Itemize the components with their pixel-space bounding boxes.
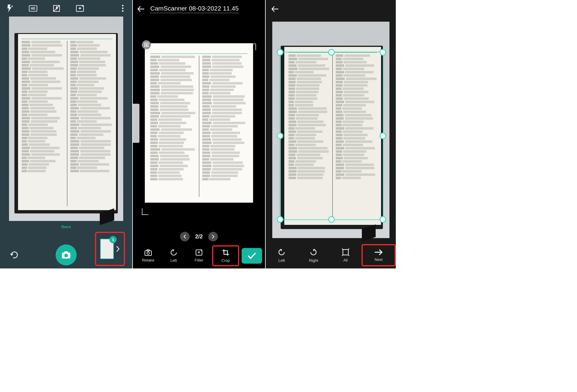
next-label: Next	[375, 257, 383, 262]
back-arrow-icon[interactable]	[137, 6, 145, 12]
crop-bottom-toolbar: Left Right All Next	[266, 242, 396, 268]
more-vert-icon[interactable]	[118, 4, 127, 13]
crop-handle[interactable]	[277, 216, 283, 223]
crop-label: Crop	[221, 258, 230, 263]
svg-rect-12	[147, 250, 149, 251]
enhance-icon[interactable]	[76, 4, 84, 13]
filter-label: Filter	[195, 258, 203, 262]
crop-handle[interactable]	[380, 49, 386, 56]
svg-text:A: A	[11, 5, 13, 8]
retake-button[interactable]: Retake	[136, 245, 161, 266]
crop-handle[interactable]	[328, 49, 335, 56]
scan-preview-screen: CamScanner 08-03-2022 11.45 2/2	[133, 0, 266, 268]
select-all-label: All	[343, 258, 347, 262]
preview-stage	[133, 18, 265, 228]
undo-icon[interactable]	[8, 249, 20, 261]
filter-button[interactable]: Filter	[187, 245, 212, 266]
crop-handle[interactable]	[380, 133, 386, 139]
rotate-left-label: Left	[278, 258, 285, 263]
camera-viewfinder: /*placeholder lines*/	[9, 17, 123, 221]
svg-text:HD: HD	[31, 7, 35, 10]
capture-mode-tab[interactable]: Docs	[0, 225, 132, 229]
next-button[interactable]: Next	[362, 244, 396, 266]
crop-handle[interactable]	[277, 133, 283, 139]
captured-thumbnail[interactable]: 1	[100, 239, 114, 259]
select-all-button[interactable]: All	[330, 244, 362, 266]
rotate-right-label: Right	[309, 258, 318, 263]
delete-page-icon[interactable]	[142, 40, 151, 49]
svg-point-9	[64, 254, 68, 257]
svg-point-6	[82, 5, 83, 7]
svg-point-13	[147, 252, 149, 254]
pager-prev-icon[interactable]	[180, 232, 190, 241]
crop-stage	[266, 18, 396, 241]
flash-auto-icon[interactable]: A	[5, 4, 14, 13]
scanned-page[interactable]	[145, 43, 253, 203]
chevron-right-icon[interactable]	[116, 246, 120, 252]
back-arrow-icon[interactable]	[271, 6, 279, 12]
page-indicator: 2/2	[195, 234, 203, 240]
thumbnail-count-badge: 1	[109, 236, 117, 243]
svg-rect-16	[343, 250, 348, 255]
svg-point-15	[201, 250, 202, 251]
camera-top-toolbar: A HD	[0, 0, 132, 17]
confirm-button[interactable]	[242, 248, 262, 264]
pager-next-icon[interactable]	[208, 232, 218, 241]
flash-adjust-icon[interactable]	[52, 4, 61, 13]
page-pager: 2/2	[133, 232, 265, 241]
rotate-left-button[interactable]: Left	[266, 244, 298, 266]
crop-photo[interactable]	[272, 22, 389, 238]
svg-rect-11	[145, 251, 151, 256]
captured-thumbnail-group[interactable]: 1	[95, 232, 125, 266]
document-title[interactable]: CamScanner 08-03-2022 11.45	[150, 5, 239, 13]
crop-handle[interactable]	[328, 216, 335, 223]
hd-icon[interactable]: HD	[29, 4, 37, 13]
preview-bottom-toolbar: Retake Left Filter Crop	[133, 243, 265, 268]
crop-top-bar	[266, 0, 396, 18]
rotate-right-button[interactable]: Right	[298, 244, 329, 266]
shutter-button[interactable]	[56, 244, 77, 265]
crop-adjust-screen: Left Right All Next	[266, 0, 396, 268]
svg-rect-8	[64, 251, 68, 253]
retake-label: Retake	[142, 258, 154, 262]
crop-button[interactable]: Crop	[212, 245, 240, 266]
crop-handle[interactable]	[277, 49, 283, 56]
rotate-left-label: Left	[170, 258, 177, 263]
document-page-preview: /*placeholder lines*/	[18, 34, 116, 210]
preview-top-bar: CamScanner 08-03-2022 11.45	[133, 0, 265, 18]
camera-capture-screen: A HD	[0, 0, 133, 268]
document-page-preview	[284, 47, 381, 225]
crop-handle[interactable]	[380, 216, 386, 223]
rotate-left-button[interactable]: Left	[161, 245, 186, 266]
